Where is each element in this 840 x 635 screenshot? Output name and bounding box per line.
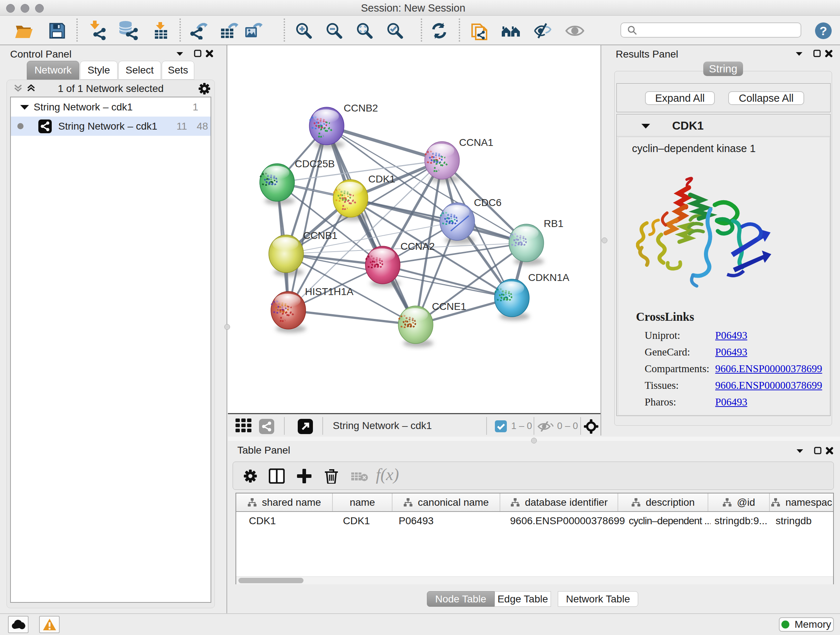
svg-text:CDC25B: CDC25B	[295, 158, 335, 169]
svg-text:CCNA1: CCNA1	[459, 137, 493, 148]
svg-text:CDC6: CDC6	[474, 197, 501, 208]
svg-text:HIST1H1A: HIST1H1A	[305, 286, 354, 297]
svg-text:RB1: RB1	[544, 218, 563, 229]
svg-text:CDKN1A: CDKN1A	[528, 272, 569, 283]
svg-text:CDK1: CDK1	[368, 173, 395, 185]
svg-text:CCNE1: CCNE1	[432, 301, 466, 312]
svg-text:CCNA2: CCNA2	[401, 241, 435, 252]
svg-text:CCNB2: CCNB2	[344, 103, 378, 114]
svg-text:CCNB1: CCNB1	[303, 230, 338, 241]
